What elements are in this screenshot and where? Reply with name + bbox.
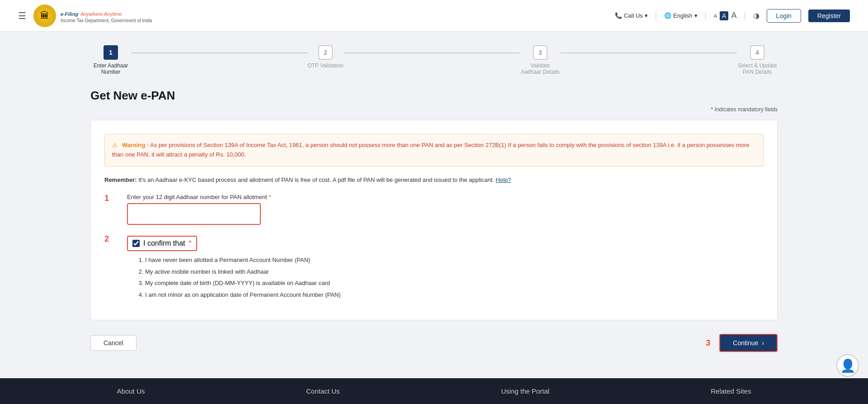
avatar-icon: 👤 [840, 358, 856, 373]
cancel-button[interactable]: Cancel [90, 335, 137, 351]
footer-related-sites[interactable]: Related Sites [711, 387, 751, 395]
call-us-chevron: ▾ [645, 12, 648, 19]
avatar-button[interactable]: 👤 [836, 354, 859, 377]
confirm-label: I confirm that [143, 239, 185, 247]
footer-about-us[interactable]: About Us [117, 387, 145, 395]
aadhaar-section: Enter your 12 digit Aadhaar number for P… [127, 194, 764, 225]
remember-section: Remember: It's an Aadhaar e-KYC based pr… [104, 176, 764, 185]
aadhaar-required-marker: * [269, 194, 271, 200]
call-us-label: Call Us [624, 12, 643, 19]
menu-icon[interactable]: ☰ [18, 10, 26, 21]
contrast-button[interactable]: ◑ [753, 11, 760, 20]
aadhaar-input-wrapper [127, 203, 261, 225]
list-item: I have never been allotted a Permanent A… [145, 256, 764, 265]
confirm-checkbox[interactable] [132, 240, 140, 247]
mandatory-note: * Indicates mandatory fields [90, 106, 778, 113]
font-controls: A A A [714, 11, 737, 20]
header: ☰ 🏛 e-Filing Anywhere Anytime Income Tax… [0, 0, 868, 32]
language-chevron: ▾ [694, 12, 698, 19]
step-1-label: Enter Aadhaar Number [90, 62, 131, 75]
continue-arrow: › [762, 339, 764, 347]
step-2-label: OTP Validation [307, 62, 344, 69]
list-item: My complete date of birth (DD-MM-YYYY) i… [145, 279, 764, 288]
form-step1-marker: 1 [104, 194, 109, 203]
connector-3-4 [561, 52, 737, 53]
footer: About Us Contact Us Using the Portal Rel… [0, 378, 868, 404]
register-button[interactable]: Register [808, 10, 850, 22]
emblem-icon: 🏛 [40, 10, 49, 21]
step-4-circle: 4 [750, 45, 764, 60]
confirm-checkbox-wrapper: I confirm that * [127, 236, 197, 251]
confirm-list: I have never been allotted a Permanent A… [127, 256, 764, 299]
continue-area: 3 Continue › [706, 334, 778, 352]
phone-icon: 📞 [615, 12, 622, 19]
efiling-main: e-Filing [61, 11, 78, 17]
logo-subtitle: Income Tax Department, Government of Ind… [61, 18, 152, 23]
stepper: 1 Enter Aadhaar Number 2 OTP Validation … [90, 45, 778, 75]
call-us-button[interactable]: 📞 Call Us ▾ [615, 12, 648, 19]
remember-prefix: Remember: [104, 176, 137, 183]
login-button[interactable]: Login [767, 9, 801, 23]
efiling-label: e-Filing Anywhere Anytime [61, 9, 152, 18]
confirm-required-marker: * [189, 239, 191, 247]
continue-label: Continue [733, 339, 758, 347]
globe-icon: 🌐 [664, 12, 671, 19]
separator1: | [655, 12, 657, 20]
aadhaar-input[interactable] [131, 207, 257, 221]
warning-icon: ⚠ [112, 142, 118, 148]
confirm-section: I confirm that * I have never been allot… [127, 236, 764, 299]
footer-using-portal[interactable]: Using the Portal [501, 387, 549, 395]
header-left: ☰ 🏛 e-Filing Anywhere Anytime Income Tax… [18, 5, 152, 27]
connector-1-2 [131, 52, 307, 53]
list-item: I am not minor as on application date of… [145, 290, 764, 299]
language-selector[interactable]: 🌐 English ▾ [664, 12, 698, 19]
logo-area: 🏛 e-Filing Anywhere Anytime Income Tax D… [33, 5, 152, 27]
font-large-button[interactable]: A [731, 11, 736, 20]
logo-text: e-Filing Anywhere Anytime Income Tax Dep… [61, 9, 152, 23]
aadhaar-label: Enter your 12 digit Aadhaar number for P… [127, 194, 764, 200]
connector-2-3 [344, 52, 520, 53]
form-wrapper: 1 Enter your 12 digit Aadhaar number for… [104, 194, 764, 299]
main-content: 1 Enter Aadhaar Number 2 OTP Validation … [0, 32, 868, 378]
language-label: English [673, 12, 693, 19]
form-step3-marker: 3 [706, 338, 710, 348]
form-card: ⚠ Warning : As per provisions of Section… [90, 120, 778, 320]
step-3-circle: 3 [533, 45, 547, 60]
form-step2-marker: 2 [104, 234, 109, 244]
logo-emblem: 🏛 [33, 5, 56, 27]
separator3: | [744, 12, 745, 20]
warning-label: Warning : [122, 142, 149, 148]
font-medium-button[interactable]: A [720, 11, 728, 20]
page-title: Get New e-PAN [90, 89, 778, 103]
step-3: 3 Validate Aadhaar Details [520, 45, 561, 75]
header-right: 📞 Call Us ▾ | 🌐 English ▾ | A A A | ◑ Lo… [615, 9, 850, 23]
remember-text: It's an Aadhaar e-KYC based process and … [138, 176, 494, 183]
warning-text: As per provisions of Section 139A of Inc… [112, 142, 750, 158]
warning-box: ⚠ Warning : As per provisions of Section… [104, 134, 764, 166]
help-link[interactable]: Help? [496, 176, 511, 183]
step-3-label: Validate Aadhaar Details [520, 62, 561, 75]
list-item: My active mobile number is linked with A… [145, 267, 764, 276]
step-2-circle: 2 [318, 45, 333, 60]
font-small-button[interactable]: A [714, 13, 717, 19]
efiling-tagline: Anywhere Anytime [80, 11, 122, 17]
step-1-circle: 1 [104, 45, 118, 60]
step-2: 2 OTP Validation [307, 45, 344, 69]
continue-button[interactable]: Continue › [719, 334, 778, 352]
step-4: 4 Select & Update PAN Details [737, 45, 778, 75]
step-4-label: Select & Update PAN Details [737, 62, 778, 75]
form-actions: Cancel 3 Continue › [90, 334, 778, 352]
step-1: 1 Enter Aadhaar Number [90, 45, 131, 75]
footer-contact-us[interactable]: Contact Us [306, 387, 340, 395]
separator2: | [705, 12, 707, 20]
